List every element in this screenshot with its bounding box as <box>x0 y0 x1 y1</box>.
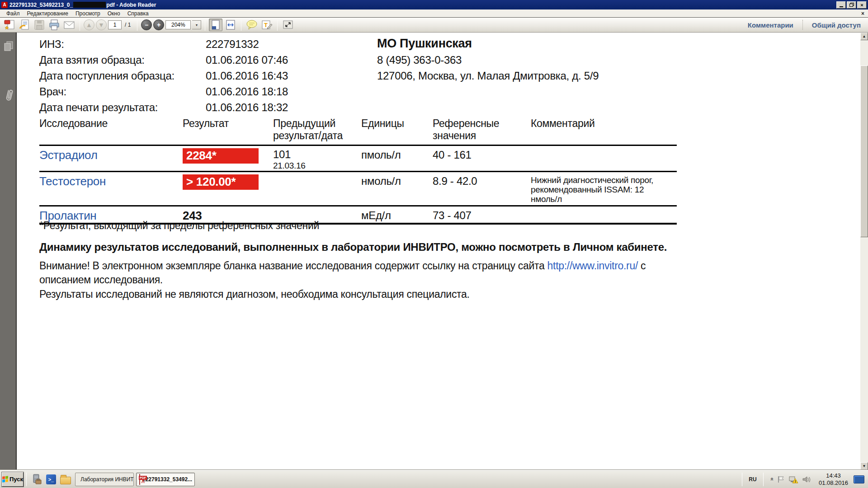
zoom-out-button[interactable]: – <box>141 19 152 30</box>
adobe-reader-icon: A <box>1 2 8 8</box>
menu-edit[interactable]: Редактирование <box>24 10 72 17</box>
menu-file[interactable]: Файл <box>3 10 24 17</box>
info-label: Дата поступления образца: <box>39 68 206 84</box>
comments-pane-button[interactable]: Комментарии <box>745 19 796 31</box>
volume-icon[interactable] <box>802 475 811 484</box>
taskbar: Пуск >_ Лаборатория ИНВИТ... PDFΛ 222791… <box>0 470 868 488</box>
info-row: Дата печати результата: 01.06.2016 18:32 <box>39 99 288 115</box>
fullscreen-button[interactable] <box>281 19 295 31</box>
windows-logo-icon <box>2 476 8 483</box>
start-button[interactable]: Пуск <box>2 472 24 487</box>
reader-main-area: ИНЗ: 222791332 Дата взятия образца: 01.0… <box>0 33 868 470</box>
restore-icon <box>849 3 854 7</box>
scroll-up-button[interactable]: ▲ <box>860 33 868 40</box>
tray-clock[interactable]: 14:43 01.08.2016 <box>815 472 852 487</box>
info-value: 01.06.2016 07:46 <box>206 52 288 68</box>
comment-value <box>531 209 677 223</box>
menu-view[interactable]: Просмотр <box>72 10 104 17</box>
menu-window[interactable]: Окно <box>104 10 124 17</box>
info-value: 01.06.2016 18:18 <box>206 84 288 99</box>
tray-expand-icon[interactable]: » <box>768 478 775 481</box>
column-header: Комментарий <box>531 117 677 142</box>
language-indicator[interactable]: RU <box>745 476 760 483</box>
powershell-shortcut[interactable]: >_ <box>44 472 58 487</box>
folder-shortcut[interactable] <box>58 472 73 487</box>
toolbar-separator <box>137 19 137 31</box>
column-header: Результат <box>183 117 273 142</box>
window-title: 222791332_53492213_0_ pdf - Adobe Reader <box>9 2 156 8</box>
scroll-down-button[interactable]: ▼ <box>860 462 868 470</box>
convert-button[interactable] <box>18 19 31 31</box>
menu-help[interactable]: Справка <box>124 10 152 17</box>
page-thumbnails-button[interactable] <box>0 37 17 55</box>
svg-text:T: T <box>264 22 268 28</box>
toolbar-separator <box>277 19 278 31</box>
info-value: 01.06.2016 16:43 <box>206 68 288 84</box>
share-pane-button[interactable]: Общий доступ <box>809 19 863 31</box>
units-value: пмоль/л <box>361 148 433 171</box>
fit-width-button[interactable] <box>224 19 237 31</box>
clinic-info-block: МО Пушкинская 8 (495) 363-0-363 127006, … <box>377 35 599 84</box>
close-document-icon[interactable]: × <box>861 10 864 17</box>
window-title-suffix: pdf - Adobe Reader <box>106 2 156 8</box>
sample-info-block: ИНЗ: 222791332 Дата взятия образца: 01.0… <box>39 36 288 115</box>
previous-result-date: 21.03.16 <box>273 161 357 171</box>
scrollbar-thumb[interactable] <box>860 66 868 237</box>
vertical-scrollbar[interactable]: ▲ ▼ <box>860 33 868 470</box>
paperclip-icon <box>3 88 14 103</box>
save-icon <box>33 19 46 31</box>
zoom-in-button[interactable]: + <box>153 19 164 30</box>
table-row: Эстрадиол 2284* 101 21.03.16 пмоль/л 40 … <box>39 146 677 172</box>
email-button[interactable] <box>62 19 76 31</box>
taskbar-task-pdf[interactable]: PDFΛ 222791332_53492... <box>136 473 195 486</box>
attention-note: Внимание! В электронном экземпляре бланк… <box>39 259 681 287</box>
test-name-link[interactable]: Эстрадиол <box>39 148 98 162</box>
close-button[interactable]: × <box>857 1 867 9</box>
units-value: нмоль/л <box>361 174 433 205</box>
result-flagged-badge: > 120.00* <box>183 174 259 190</box>
fit-page-icon <box>210 19 222 31</box>
table-header-row: Исследование Результат Предыдущий резуль… <box>39 117 677 146</box>
units-value: мЕд/л <box>361 209 433 223</box>
action-center-flag-icon[interactable] <box>776 475 785 484</box>
print-button[interactable] <box>47 19 61 31</box>
create-pdf-button[interactable] <box>3 19 16 31</box>
page-up-button[interactable]: ▲ <box>84 19 94 30</box>
pdf-file-icon: PDFΛ <box>139 474 140 485</box>
folder-icon <box>60 477 71 484</box>
reference-range: 8.9 - 42.0 <box>433 174 531 205</box>
fit-page-button[interactable] <box>209 19 222 31</box>
print-icon <box>48 19 61 31</box>
dynamics-note: Динамику результатов исследований, выпол… <box>39 241 667 253</box>
zoom-level-value[interactable]: 204% <box>165 20 191 29</box>
comment-button[interactable] <box>245 19 259 31</box>
save-button[interactable] <box>33 19 46 31</box>
zoom-dropdown-button[interactable]: ▼ <box>192 20 201 29</box>
reference-range: 73 - 407 <box>433 209 531 223</box>
column-header: Предыдущий результат/дата <box>273 117 361 142</box>
info-label: ИНЗ: <box>39 36 206 52</box>
admin-tools-shortcut[interactable] <box>29 472 44 487</box>
info-value: 222791332 <box>206 36 259 52</box>
info-row: Дата поступления образца: 01.06.2016 16:… <box>39 68 288 84</box>
attachments-button[interactable] <box>0 87 17 105</box>
network-warning-icon[interactable]: ! <box>788 475 798 484</box>
window-title-prefix: 222791332_53492213_0_ <box>9 2 73 8</box>
clock-time: 14:43 <box>819 472 848 479</box>
toolbar-separator <box>80 19 80 31</box>
show-desktop-button[interactable] <box>854 475 864 483</box>
taskbar-task-browser[interactable]: Лаборатория ИНВИТ... <box>75 473 134 486</box>
plus-icon: + <box>157 22 160 28</box>
sign-button[interactable]: T <box>260 19 274 31</box>
page-number-input[interactable] <box>108 20 122 29</box>
restore-button[interactable] <box>847 1 856 9</box>
start-button-label: Пуск <box>9 476 23 483</box>
test-name-link[interactable]: Тестостерон <box>39 174 106 188</box>
clinic-address: 127006, Москва, ул. Малая Дмитровка, д. … <box>377 68 599 84</box>
clock-date: 01.08.2016 <box>819 479 848 487</box>
page-down-button[interactable]: ▼ <box>96 19 107 30</box>
invitro-link[interactable]: http://www.invitro.ru/ <box>547 260 638 272</box>
clinic-name: МО Пушкинская <box>377 35 599 52</box>
minimize-button[interactable] <box>836 1 846 9</box>
desktop: A 222791332_53492213_0_ pdf - Adobe Read… <box>0 0 868 488</box>
